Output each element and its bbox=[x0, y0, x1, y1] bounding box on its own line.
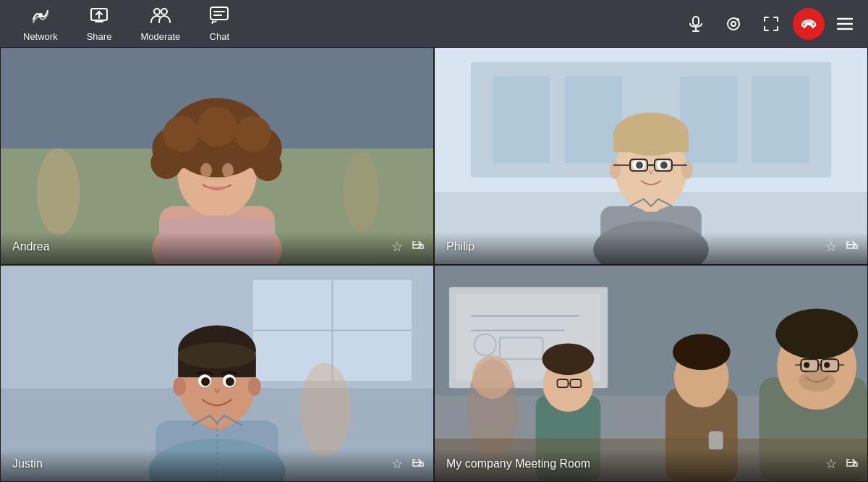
fullscreen-icon bbox=[763, 16, 779, 32]
video-grid: Andrea ☆ bbox=[0, 47, 868, 482]
meeting-name: My company Meeting Room bbox=[446, 457, 590, 470]
nav-moderate-label: Moderate bbox=[140, 31, 180, 42]
topbar-controls bbox=[680, 8, 859, 40]
topbar: Network Share bbox=[0, 0, 868, 47]
svg-point-6 bbox=[161, 9, 167, 14]
svg-point-34 bbox=[150, 147, 182, 179]
svg-rect-113 bbox=[709, 431, 723, 449]
nav-share-label: Share bbox=[87, 31, 112, 42]
share-icon bbox=[89, 5, 109, 28]
andrea-star-button[interactable]: ☆ bbox=[391, 239, 403, 255]
svg-rect-44 bbox=[752, 77, 810, 164]
svg-point-31 bbox=[163, 116, 199, 152]
svg-point-37 bbox=[222, 163, 234, 177]
svg-point-36 bbox=[200, 163, 212, 177]
moderate-icon bbox=[150, 5, 171, 28]
svg-rect-105 bbox=[821, 359, 838, 371]
svg-rect-41 bbox=[493, 77, 550, 164]
svg-point-103 bbox=[775, 308, 858, 359]
meeting-share-button[interactable] bbox=[846, 456, 859, 473]
meeting-label: My company Meeting Room ☆ bbox=[435, 449, 867, 481]
svg-point-52 bbox=[681, 161, 693, 179]
nav-moderate[interactable]: Moderate bbox=[126, 0, 195, 47]
andrea-label: Andrea ☆ bbox=[1, 232, 433, 264]
microphone-button[interactable] bbox=[680, 8, 712, 40]
mic-icon bbox=[688, 16, 704, 32]
justin-actions: ☆ bbox=[391, 456, 425, 473]
svg-point-100 bbox=[673, 334, 731, 370]
video-cell-philip: Philip ☆ bbox=[434, 47, 868, 265]
camera-button[interactable] bbox=[718, 8, 749, 40]
svg-point-110 bbox=[824, 362, 830, 368]
menu-button[interactable] bbox=[830, 9, 859, 38]
chat-icon bbox=[209, 5, 229, 28]
justin-name: Justin bbox=[12, 457, 43, 470]
svg-rect-10 bbox=[693, 17, 699, 25]
video-cell-meeting: My company Meeting Room ☆ bbox=[434, 265, 868, 483]
svg-point-74 bbox=[178, 342, 256, 368]
end-call-button[interactable] bbox=[793, 8, 825, 40]
svg-point-0 bbox=[38, 13, 43, 17]
svg-point-51 bbox=[609, 161, 621, 179]
svg-point-14 bbox=[731, 22, 736, 26]
justin-label: Justin ☆ bbox=[1, 449, 433, 481]
svg-point-22 bbox=[37, 148, 80, 235]
svg-point-94 bbox=[542, 343, 595, 375]
meeting-star-button[interactable]: ☆ bbox=[825, 456, 837, 472]
nav-share[interactable]: Share bbox=[72, 0, 127, 47]
svg-point-55 bbox=[636, 161, 643, 169]
svg-point-109 bbox=[804, 362, 809, 368]
svg-rect-7 bbox=[210, 7, 228, 20]
philip-name: Philip bbox=[446, 240, 475, 253]
camera-icon bbox=[725, 16, 742, 32]
video-cell-andrea: Andrea ☆ bbox=[0, 47, 434, 265]
svg-point-111 bbox=[799, 370, 835, 392]
svg-point-67 bbox=[300, 363, 351, 457]
nav-chat[interactable]: Chat bbox=[195, 0, 244, 47]
svg-point-79 bbox=[201, 377, 210, 386]
svg-point-80 bbox=[226, 377, 234, 386]
svg-point-76 bbox=[248, 377, 261, 396]
svg-rect-104 bbox=[801, 359, 818, 371]
philip-actions: ☆ bbox=[825, 238, 859, 255]
meeting-actions: ☆ bbox=[825, 456, 859, 473]
phone-end-icon bbox=[800, 15, 817, 33]
svg-point-91 bbox=[472, 355, 513, 399]
network-icon bbox=[30, 5, 51, 28]
video-cell-justin: Justin ☆ bbox=[0, 265, 434, 483]
philip-label: Philip ☆ bbox=[435, 232, 867, 264]
philip-share-button[interactable] bbox=[846, 238, 859, 255]
svg-rect-50 bbox=[613, 134, 689, 152]
justin-share-button[interactable] bbox=[412, 456, 425, 473]
andrea-share-button[interactable] bbox=[412, 238, 425, 255]
svg-point-56 bbox=[660, 161, 668, 169]
nav-network-label: Network bbox=[23, 31, 58, 42]
andrea-actions: ☆ bbox=[391, 238, 425, 255]
svg-point-15 bbox=[736, 18, 739, 21]
nav-chat-label: Chat bbox=[210, 31, 229, 42]
svg-point-35 bbox=[253, 152, 282, 181]
topbar-nav: Network Share bbox=[9, 0, 244, 47]
andrea-name: Andrea bbox=[12, 240, 50, 253]
nav-network[interactable]: Network bbox=[9, 0, 72, 47]
svg-point-23 bbox=[343, 152, 379, 232]
svg-point-75 bbox=[173, 377, 186, 396]
svg-point-5 bbox=[154, 9, 160, 14]
justin-star-button[interactable]: ☆ bbox=[391, 456, 403, 472]
philip-star-button[interactable]: ☆ bbox=[825, 239, 837, 255]
svg-point-32 bbox=[235, 116, 271, 152]
hamburger-icon bbox=[837, 17, 853, 30]
svg-point-33 bbox=[197, 106, 237, 147]
fullscreen-button[interactable] bbox=[755, 8, 787, 40]
